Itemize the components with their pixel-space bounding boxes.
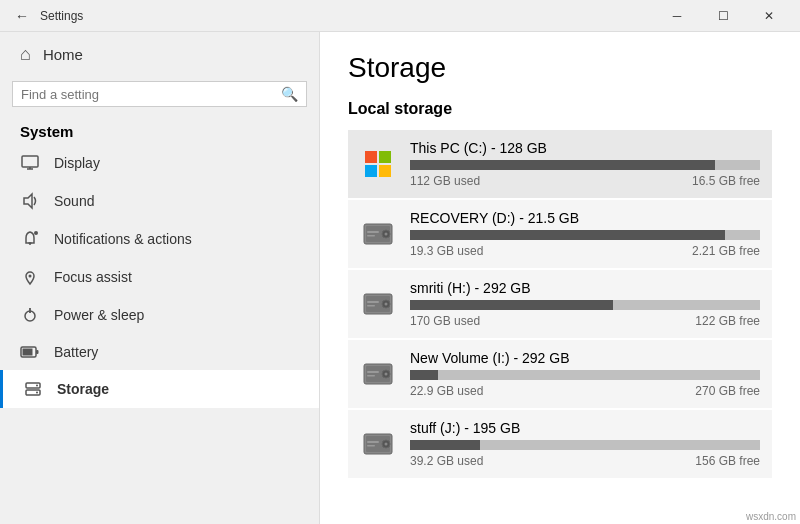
svg-rect-19 [365,165,377,177]
used-label: 112 GB used [410,174,480,188]
sidebar-item-power[interactable]: Power & sleep [0,296,319,334]
battery-icon [20,345,40,359]
sidebar-item-battery-label: Battery [54,344,98,360]
sidebar-home-item[interactable]: ⌂ Home [0,32,319,77]
search-input[interactable] [21,87,281,102]
search-box[interactable]: 🔍 [12,81,307,107]
svg-rect-0 [22,156,38,167]
sidebar-item-display[interactable]: Display [0,144,319,182]
storage-bar-used [410,230,725,240]
svg-rect-18 [379,151,391,163]
sidebar-item-notifications[interactable]: Notifications & actions [0,220,319,258]
content-area: Storage Local storage This PC (C:) - 128… [320,32,800,524]
minimize-button[interactable]: ─ [654,0,700,32]
svg-rect-25 [367,231,379,233]
svg-point-15 [36,385,38,387]
storage-bar-used [410,300,613,310]
sound-icon [20,192,40,210]
drive-info: New Volume (I:) - 292 GB 22.9 GB used 27… [410,350,760,398]
drive-info: This PC (C:) - 128 GB 112 GB used 16.5 G… [410,140,760,188]
storage-drive-item[interactable]: smriti (H:) - 292 GB 170 GB used 122 GB … [348,270,772,338]
svg-rect-44 [367,445,375,447]
free-label: 16.5 GB free [692,174,760,188]
hdd-drive-icon [360,286,396,322]
storage-drive-item[interactable]: This PC (C:) - 128 GB 112 GB used 16.5 G… [348,130,772,198]
hdd-drive-icon [360,426,396,462]
used-label: 170 GB used [410,314,480,328]
sidebar-item-display-label: Display [54,155,100,171]
svg-rect-38 [367,375,375,377]
used-label: 22.9 GB used [410,384,483,398]
back-button[interactable]: ← [8,2,36,30]
home-icon: ⌂ [20,44,31,65]
sidebar-item-battery[interactable]: Battery [0,334,319,370]
sidebar: ⌂ Home 🔍 System Display [0,32,320,524]
drive-name: stuff (J:) - 195 GB [410,420,760,436]
svg-point-36 [385,373,388,376]
svg-rect-20 [379,165,391,177]
drive-name: RECOVERY (D:) - 21.5 GB [410,210,760,226]
power-icon [20,306,40,324]
svg-point-30 [385,303,388,306]
sidebar-item-power-label: Power & sleep [54,307,144,323]
storage-bar-used [410,160,715,170]
titlebar-title: Settings [40,9,83,23]
sidebar-item-storage-label: Storage [57,381,109,397]
svg-rect-26 [367,235,375,237]
drive-name: New Volume (I:) - 292 GB [410,350,760,366]
storage-icon [23,380,43,398]
svg-marker-3 [24,194,32,208]
svg-rect-32 [367,305,375,307]
svg-rect-31 [367,301,379,303]
sidebar-item-sound[interactable]: Sound [0,182,319,220]
free-label: 2.21 GB free [692,244,760,258]
storage-bar-used [410,440,480,450]
storage-bar [410,440,760,450]
svg-rect-11 [23,349,33,356]
drive-info: RECOVERY (D:) - 21.5 GB 19.3 GB used 2.2… [410,210,760,258]
svg-point-16 [36,392,38,394]
hdd-drive-icon [360,356,396,392]
storage-details: 19.3 GB used 2.21 GB free [410,244,760,258]
focus-icon [20,268,40,286]
storage-drive-item[interactable]: stuff (J:) - 195 GB 39.2 GB used 156 GB … [348,410,772,478]
storage-bar [410,230,760,240]
svg-point-6 [34,231,38,235]
sidebar-item-sound-label: Sound [54,193,94,209]
drive-info: stuff (J:) - 195 GB 39.2 GB used 156 GB … [410,420,760,468]
storage-details: 22.9 GB used 270 GB free [410,384,760,398]
sidebar-item-focus-label: Focus assist [54,269,132,285]
used-label: 39.2 GB used [410,454,483,468]
storage-bar [410,300,760,310]
storage-details: 112 GB used 16.5 GB free [410,174,760,188]
windows-drive-icon [360,146,396,182]
window-controls: ─ ☐ ✕ [654,0,792,32]
storage-details: 39.2 GB used 156 GB free [410,454,760,468]
sidebar-home-label: Home [43,46,83,63]
display-icon [20,154,40,172]
notifications-icon [20,230,40,248]
svg-rect-12 [36,350,39,354]
storage-drive-item[interactable]: RECOVERY (D:) - 21.5 GB 19.3 GB used 2.2… [348,200,772,268]
maximize-button[interactable]: ☐ [700,0,746,32]
main-layout: ⌂ Home 🔍 System Display [0,32,800,524]
storage-bar [410,160,760,170]
svg-rect-37 [367,371,379,373]
svg-point-24 [385,233,388,236]
svg-point-7 [29,275,32,278]
local-storage-label: Local storage [348,100,772,118]
used-label: 19.3 GB used [410,244,483,258]
titlebar: ← Settings ─ ☐ ✕ [0,0,800,32]
search-icon: 🔍 [281,86,298,102]
sidebar-item-focus[interactable]: Focus assist [0,258,319,296]
drives-list: This PC (C:) - 128 GB 112 GB used 16.5 G… [348,130,772,478]
storage-drive-item[interactable]: New Volume (I:) - 292 GB 22.9 GB used 27… [348,340,772,408]
storage-bar-used [410,370,438,380]
drive-name: smriti (H:) - 292 GB [410,280,760,296]
sidebar-item-storage[interactable]: Storage [0,370,319,408]
close-button[interactable]: ✕ [746,0,792,32]
sidebar-item-notifications-label: Notifications & actions [54,231,192,247]
sidebar-section-title: System [0,115,319,144]
free-label: 156 GB free [695,454,760,468]
page-title: Storage [348,52,772,84]
